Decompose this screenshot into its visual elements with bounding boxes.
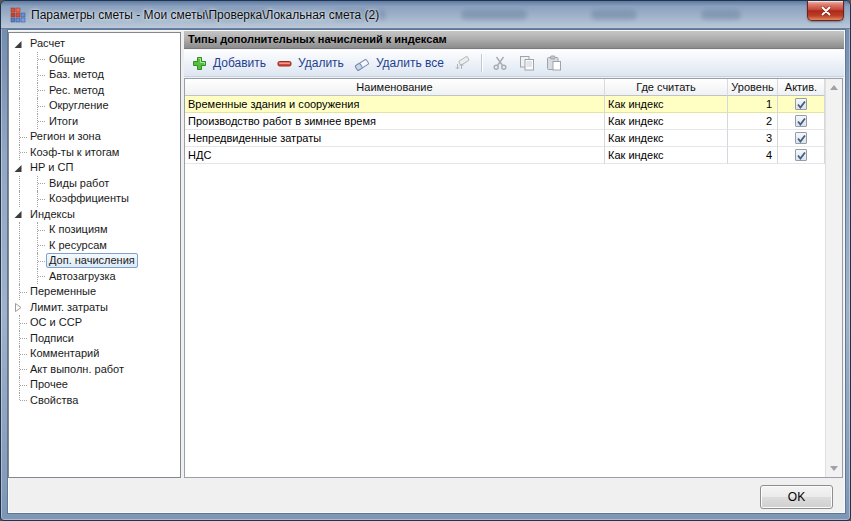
cell-level[interactable]: 2 (728, 113, 778, 130)
tree-item-label: Регион и зона (27, 130, 104, 143)
cell-level[interactable]: 4 (728, 147, 778, 164)
cell-name[interactable]: Непредвиденные затраты (185, 130, 605, 147)
tree-item[interactable]: Лимит. затраты (9, 300, 180, 316)
tree-item[interactable]: К позициям (9, 222, 180, 238)
tree-item[interactable]: Коэффициенты (9, 191, 180, 207)
close-button[interactable] (807, 1, 844, 21)
titlebar-smudge (701, 10, 741, 20)
check-icon (797, 151, 806, 160)
table-body: Временные здания и сооруженияКак индекс1… (185, 96, 825, 164)
tree-guide-line (20, 385, 27, 386)
tree-item[interactable]: Итоги (9, 114, 180, 130)
tree-guide-line (20, 369, 27, 370)
tree-guide-line (38, 261, 45, 262)
ok-button-label: OK (788, 490, 805, 504)
tree-item-label: Подписи (27, 332, 77, 345)
tree-item-label: Округление (46, 99, 112, 112)
column-header-where[interactable]: Где считать (605, 79, 728, 96)
minus-icon (276, 55, 293, 72)
tree-item[interactable]: Комментарий (9, 346, 180, 362)
tree-item[interactable]: Регион и зона (9, 129, 180, 145)
tree-item[interactable]: Автозагрузка (9, 269, 180, 285)
tree-item[interactable]: Доп. начисления (9, 253, 180, 269)
cell-name[interactable]: НДС (185, 147, 605, 164)
cell-active (778, 96, 825, 113)
tree-item[interactable]: Виды работ (9, 176, 180, 192)
window-title: Параметры сметы - Мои сметы\Проверка\Лок… (31, 8, 379, 22)
tree-collapsed-arrow-icon[interactable] (14, 303, 23, 312)
cell-name[interactable]: Временные здания и сооружения (185, 96, 605, 113)
tree-item[interactable]: Переменные (9, 284, 180, 300)
tree-item[interactable]: Общие (9, 52, 180, 68)
column-header-name[interactable]: Наименование (185, 79, 605, 96)
tree-item-label: Лимит. затраты (27, 301, 111, 314)
titlebar-smudge (591, 10, 637, 20)
tree-expanded-arrow-icon[interactable] (14, 40, 23, 49)
scroll-down-icon[interactable] (830, 466, 838, 471)
cell-where[interactable]: Как индекс (605, 147, 728, 164)
tree-expanded-arrow-icon[interactable] (14, 164, 23, 173)
tree-item[interactable]: Расчет (9, 36, 180, 52)
tree-item[interactable]: Рес. метод (9, 83, 180, 99)
vertical-scrollbar[interactable] (825, 79, 842, 477)
panel-caption: Типы дополнительных начислений к индекса… (184, 31, 844, 49)
tree-item[interactable]: НР и СП (9, 160, 180, 176)
plus-icon (191, 55, 208, 72)
cell-active (778, 130, 825, 147)
tree-item[interactable]: ОС и ССР (9, 315, 180, 331)
delete-button[interactable]: Удалить (271, 52, 349, 74)
scroll-up-icon[interactable] (830, 85, 838, 90)
ok-button[interactable]: OK (760, 485, 833, 509)
tree-item-label: ОС и ССР (27, 316, 85, 329)
tree-item[interactable]: Округление (9, 98, 180, 114)
tree-item-label: Итоги (46, 115, 81, 128)
check-icon (797, 134, 806, 143)
tree-item[interactable]: Баз. метод (9, 67, 180, 83)
table-row[interactable]: НДСКак индекс4 (185, 147, 825, 164)
cell-level[interactable]: 3 (728, 130, 778, 147)
add-button[interactable]: Добавить (186, 52, 271, 74)
cell-name[interactable]: Производство работ в зимнее время (185, 113, 605, 130)
tree-expanded-arrow-icon[interactable] (14, 210, 23, 219)
active-checkbox[interactable] (795, 149, 807, 161)
tree-guide-line (19, 176, 20, 192)
active-checkbox[interactable] (795, 115, 807, 127)
active-checkbox[interactable] (795, 132, 807, 144)
tree-item[interactable]: Свойства (9, 393, 180, 409)
tree-item[interactable]: Прочее (9, 377, 180, 393)
tree-guide-line (19, 253, 20, 269)
column-header-level[interactable]: Уровень (728, 79, 778, 96)
cell-where[interactable]: Как индекс (605, 96, 728, 113)
tree-item[interactable]: Коэф-ты к итогам (9, 145, 180, 161)
table-row[interactable]: Непредвиденные затратыКак индекс3 (185, 130, 825, 147)
paste-button[interactable] (541, 52, 568, 74)
tree-item[interactable]: Индексы (9, 207, 180, 223)
cell-where[interactable]: Как индекс (605, 113, 728, 130)
cell-level[interactable]: 1 (728, 96, 778, 113)
table-row[interactable]: Временные здания и сооруженияКак индекс1 (185, 96, 825, 113)
tree-item-label: Прочее (27, 378, 71, 391)
active-checkbox[interactable] (795, 98, 807, 110)
delete-all-button[interactable]: Удалить все (349, 52, 449, 74)
tree-guide-line (20, 137, 27, 138)
tree-guide-line (19, 52, 20, 68)
table-row[interactable]: Производство работ в зимнее времяКак инд… (185, 113, 825, 130)
tree-item-label: Общие (46, 53, 88, 66)
column-header-active[interactable]: Актив. (778, 79, 825, 96)
cell-where[interactable]: Как индекс (605, 130, 728, 147)
close-icon (820, 6, 832, 16)
tree-item[interactable]: К ресурсам (9, 238, 180, 254)
tree-item-label: Переменные (27, 285, 99, 298)
reorder-button[interactable] (449, 52, 476, 74)
tree-item-label: Индексы (27, 208, 78, 221)
cut-button[interactable] (487, 52, 514, 74)
tree-item-label: К позициям (46, 223, 111, 236)
tree-guide-line (38, 183, 45, 184)
settings-tree: РасчетОбщиеБаз. методРес. методОкруглени… (8, 32, 181, 478)
tree-item[interactable]: Акт выполн. работ (9, 362, 180, 378)
table-header: Наименование Где считать Уровень Актив. (185, 79, 825, 96)
copy-button[interactable] (514, 52, 541, 74)
tree-guide-line (19, 83, 20, 99)
tree-item[interactable]: Подписи (9, 331, 180, 347)
tree-guide-line (38, 276, 45, 277)
